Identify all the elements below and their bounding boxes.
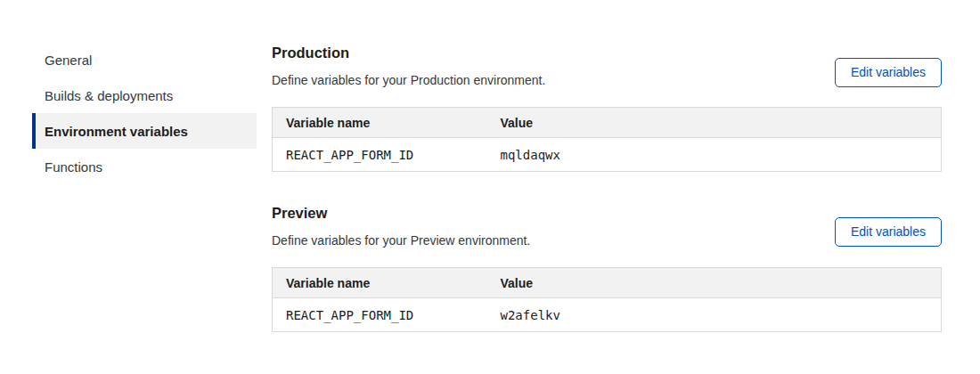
column-header-variable-name: Variable name xyxy=(273,268,487,298)
variable-name-cell: REACT_APP_FORM_ID xyxy=(273,138,487,172)
variable-value-cell: w2afelkv xyxy=(487,298,942,332)
table-row: REACT_APP_FORM_ID w2afelkv xyxy=(273,298,942,332)
environment-variables-panel: Production Define variables for your Pro… xyxy=(272,45,942,332)
sidebar-item-builds-deployments[interactable]: Builds & deployments xyxy=(32,77,257,113)
variable-value-cell: mqldaqwx xyxy=(487,138,942,172)
sidebar-item-label: Builds & deployments xyxy=(45,88,173,103)
column-header-value: Value xyxy=(487,268,942,298)
preview-section: Preview Define variables for your Previe… xyxy=(272,205,942,332)
sidebar-item-environment-variables[interactable]: Environment variables xyxy=(32,113,257,149)
table-row: REACT_APP_FORM_ID mqldaqwx xyxy=(273,138,942,172)
preview-variables-table: Variable name Value REACT_APP_FORM_ID w2… xyxy=(272,267,942,332)
table-header-row: Variable name Value xyxy=(273,108,942,138)
table-header-row: Variable name Value xyxy=(273,268,942,298)
edit-variables-button-production[interactable]: Edit variables xyxy=(835,58,942,87)
variable-name-cell: REACT_APP_FORM_ID xyxy=(273,298,487,332)
sidebar-item-label: Environment variables xyxy=(45,124,188,139)
production-section: Production Define variables for your Pro… xyxy=(272,45,942,172)
sidebar-item-general[interactable]: General xyxy=(32,42,257,77)
sidebar-item-functions[interactable]: Functions xyxy=(32,149,257,184)
edit-variables-button-preview[interactable]: Edit variables xyxy=(835,217,942,247)
sidebar-item-label: Functions xyxy=(45,159,102,175)
settings-sidebar: General Builds & deployments Environment… xyxy=(32,42,257,184)
column-header-value: Value xyxy=(487,108,942,138)
column-header-variable-name: Variable name xyxy=(273,108,487,138)
production-variables-table: Variable name Value REACT_APP_FORM_ID mq… xyxy=(272,107,942,172)
sidebar-item-label: General xyxy=(45,53,92,68)
